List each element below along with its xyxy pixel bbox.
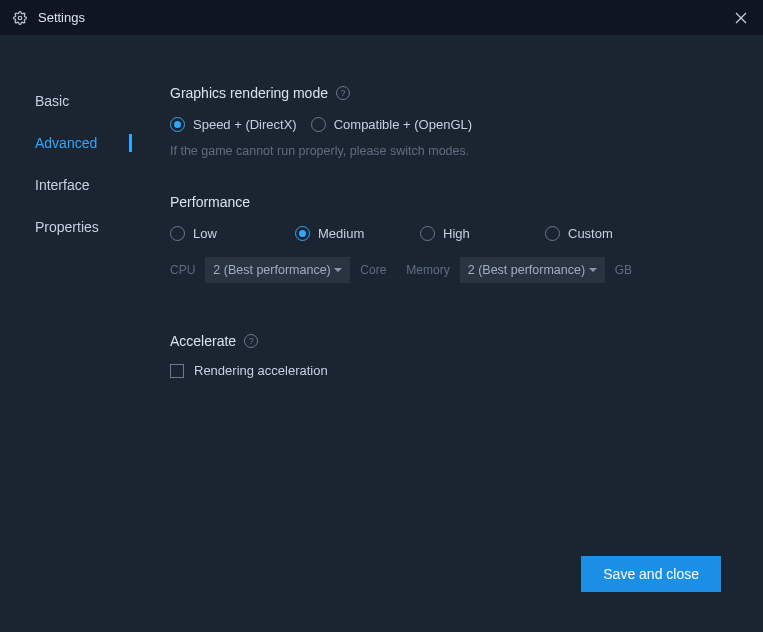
sidebar-item-label: Properties: [35, 219, 99, 235]
radio-speed-directx[interactable]: Speed + (DirectX): [170, 117, 297, 132]
graphics-radio-group: Speed + (DirectX) Compatible + (OpenGL): [170, 117, 743, 132]
accelerate-title-row: Accelerate ?: [170, 333, 743, 349]
sidebar-item-label: Interface: [35, 177, 89, 193]
sidebar-item-advanced[interactable]: Advanced: [0, 122, 150, 164]
radio-icon: [311, 117, 326, 132]
sidebar-item-basic[interactable]: Basic: [0, 80, 150, 122]
checkbox-label: Rendering acceleration: [194, 363, 328, 378]
performance-resources: CPU 2 (Best performance) Core Memory 2 (…: [170, 257, 743, 283]
radio-icon: [420, 226, 435, 241]
memory-value: 2 (Best performance): [468, 263, 585, 277]
radio-compatible-opengl[interactable]: Compatible + (OpenGL): [311, 117, 472, 132]
radio-icon: [170, 226, 185, 241]
cpu-value: 2 (Best performance): [213, 263, 330, 277]
radio-label: Custom: [568, 226, 613, 241]
accelerate-title: Accelerate: [170, 333, 236, 349]
sidebar-item-interface[interactable]: Interface: [0, 164, 150, 206]
graphics-hint: If the game cannot run properly, please …: [170, 144, 743, 158]
sidebar-item-label: Basic: [35, 93, 69, 109]
performance-radio-group: Low Medium High Custom: [170, 226, 743, 241]
radio-icon: [295, 226, 310, 241]
gb-label: GB: [615, 263, 632, 277]
graphics-title-row: Graphics rendering mode ?: [170, 85, 743, 101]
checkbox-icon: [170, 364, 184, 378]
main-panel: Graphics rendering mode ? Speed + (Direc…: [150, 35, 763, 632]
gear-icon: [12, 10, 28, 26]
window-title: Settings: [38, 10, 85, 25]
cpu-dropdown[interactable]: 2 (Best performance): [205, 257, 350, 283]
memory-dropdown[interactable]: 2 (Best performance): [460, 257, 605, 283]
chevron-down-icon: [589, 268, 597, 272]
titlebar: Settings: [0, 0, 763, 35]
sidebar: Basic Advanced Interface Properties: [0, 35, 150, 632]
chevron-down-icon: [334, 268, 342, 272]
radio-icon: [545, 226, 560, 241]
memory-label: Memory: [406, 263, 449, 277]
sidebar-item-properties[interactable]: Properties: [0, 206, 150, 248]
performance-title: Performance: [170, 194, 743, 210]
radio-label: Low: [193, 226, 217, 241]
core-label: Core: [360, 263, 386, 277]
radio-icon: [170, 117, 185, 132]
cpu-label: CPU: [170, 263, 195, 277]
radio-low[interactable]: Low: [170, 226, 295, 241]
rendering-acceleration-checkbox[interactable]: Rendering acceleration: [170, 363, 743, 378]
help-icon[interactable]: ?: [336, 86, 350, 100]
radio-label: Medium: [318, 226, 364, 241]
graphics-title: Graphics rendering mode: [170, 85, 328, 101]
save-and-close-button[interactable]: Save and close: [581, 556, 721, 592]
radio-medium[interactable]: Medium: [295, 226, 420, 241]
radio-label: Speed + (DirectX): [193, 117, 297, 132]
radio-label: Compatible + (OpenGL): [334, 117, 472, 132]
radio-custom[interactable]: Custom: [545, 226, 670, 241]
radio-label: High: [443, 226, 470, 241]
svg-point-0: [18, 16, 22, 20]
radio-high[interactable]: High: [420, 226, 545, 241]
close-icon[interactable]: [731, 8, 751, 28]
help-icon[interactable]: ?: [244, 334, 258, 348]
sidebar-item-label: Advanced: [35, 135, 97, 151]
